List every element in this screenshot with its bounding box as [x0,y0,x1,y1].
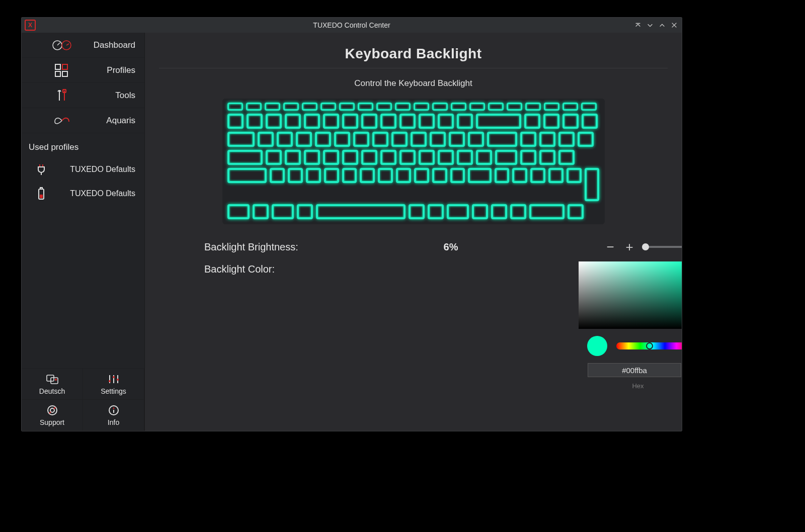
keyboard-key[interactable] [451,103,466,111]
keyboard-key[interactable] [447,204,469,219]
keyboard-key[interactable] [265,103,280,111]
language-button[interactable]: Deutsch [22,369,83,400]
keyboard-key[interactable] [270,168,285,183]
keyboard-key[interactable] [272,204,294,219]
keyboard-key[interactable] [548,168,564,183]
keyboard-key[interactable] [428,204,444,219]
color-hue-slider[interactable] [616,342,682,349]
keyboard-key[interactable] [342,114,358,129]
keyboard-key[interactable] [358,103,373,111]
keyboard-key[interactable] [414,168,429,183]
keyboard-key[interactable] [529,204,565,219]
keyboard-key[interactable] [582,114,598,129]
keyboard-key[interactable] [302,103,317,111]
brightness-decrease-button[interactable]: − [604,240,617,253]
keyboard-key[interactable] [525,103,541,111]
keyboard-key[interactable] [316,204,406,219]
keyboard-key[interactable] [399,114,416,129]
keyboard-key[interactable] [372,132,388,147]
keyboard-key[interactable] [342,168,357,183]
keyboard-key[interactable] [468,132,484,147]
keyboard-key[interactable] [378,168,393,183]
keyboard-key[interactable] [530,168,545,183]
keyboard-key[interactable] [450,168,465,183]
keyboard-key[interactable] [438,150,454,165]
keyboard-key[interactable] [304,150,320,165]
keyboard-key[interactable] [266,150,282,165]
keyboard-key[interactable] [247,114,263,129]
profile-item-ac[interactable]: TUXEDO Defaults [22,157,144,182]
keyboard-key[interactable] [430,132,446,147]
keyboard-key[interactable] [476,150,492,165]
keyboard-key[interactable] [495,150,517,165]
brightness-increase-button[interactable]: + [623,240,636,253]
keyboard-key[interactable] [491,204,507,219]
keyboard-key[interactable] [432,103,448,111]
window-maximize-button[interactable] [657,20,668,31]
keyboard-key[interactable] [539,132,555,147]
keyboard-key[interactable] [510,204,526,219]
window-close-button[interactable] [669,20,680,31]
keyboard-key[interactable] [246,103,262,111]
keyboard-key[interactable] [285,150,301,165]
keyboard-key[interactable] [266,114,282,129]
sidebar-item-tools[interactable]: Tools [22,83,144,108]
keyboard-key[interactable] [562,103,578,111]
titlebar[interactable]: X TUXEDO Control Center [22,18,682,33]
keyboard-key[interactable] [285,114,301,129]
keyboard-key[interactable] [342,150,358,165]
keyboard-preview[interactable] [222,99,605,224]
keyboard-key[interactable] [476,114,521,129]
keyboard-key[interactable] [581,103,597,111]
keyboard-key[interactable] [409,204,425,219]
keyboard-key[interactable] [495,168,510,183]
keyboard-key[interactable] [297,204,313,219]
keyboard-key[interactable] [227,150,263,165]
keyboard-key[interactable] [288,168,303,183]
keyboard-key[interactable] [253,204,269,219]
keyboard-key[interactable] [227,103,243,111]
window-always-on-top-button[interactable] [632,20,643,31]
keyboard-key[interactable] [227,168,267,183]
keyboard-key[interactable] [468,168,491,183]
keyboard-key[interactable] [323,150,339,165]
keyboard-key[interactable] [472,204,488,219]
keyboard-key[interactable] [360,168,375,183]
keyboard-key[interactable] [568,204,584,219]
keyboard-key[interactable] [323,114,339,129]
keyboard-key[interactable] [391,132,408,147]
keyboard-key[interactable] [361,114,377,129]
keyboard-key[interactable] [320,103,336,111]
keyboard-key[interactable] [558,132,575,147]
keyboard-key[interactable] [296,132,312,147]
keyboard-key[interactable] [227,204,250,219]
keyboard-key[interactable] [487,132,517,147]
keyboard-key[interactable] [488,103,504,111]
keyboard-key[interactable] [567,168,582,183]
keyboard-key[interactable] [507,103,522,111]
keyboard-key[interactable] [543,114,559,129]
keyboard-key[interactable] [306,168,321,183]
keyboard-key[interactable] [339,103,355,111]
keyboard-key[interactable] [376,103,392,111]
keyboard-key[interactable] [520,132,536,147]
keyboard-key[interactable] [419,114,435,129]
support-button[interactable]: Support [22,400,83,431]
color-hue-handle[interactable] [646,342,653,349]
keyboard-key[interactable] [414,103,429,111]
sidebar-item-aquaris[interactable]: Aquaris [22,108,144,133]
window-minimize-button[interactable] [645,20,656,31]
keyboard-key[interactable] [380,114,396,129]
keyboard-key[interactable] [380,150,396,165]
keyboard-key[interactable] [432,168,447,183]
keyboard-key[interactable] [449,132,465,147]
keyboard-key[interactable] [411,132,427,147]
keyboard-key[interactable] [395,103,411,111]
sidebar-item-profiles[interactable]: Profiles [22,58,144,83]
keyboard-key[interactable] [396,168,411,183]
keyboard-key[interactable] [277,132,293,147]
keyboard-key[interactable] [438,114,454,129]
keyboard-key[interactable] [227,132,255,147]
keyboard-key[interactable] [544,103,559,111]
keyboard-key[interactable] [324,168,339,183]
